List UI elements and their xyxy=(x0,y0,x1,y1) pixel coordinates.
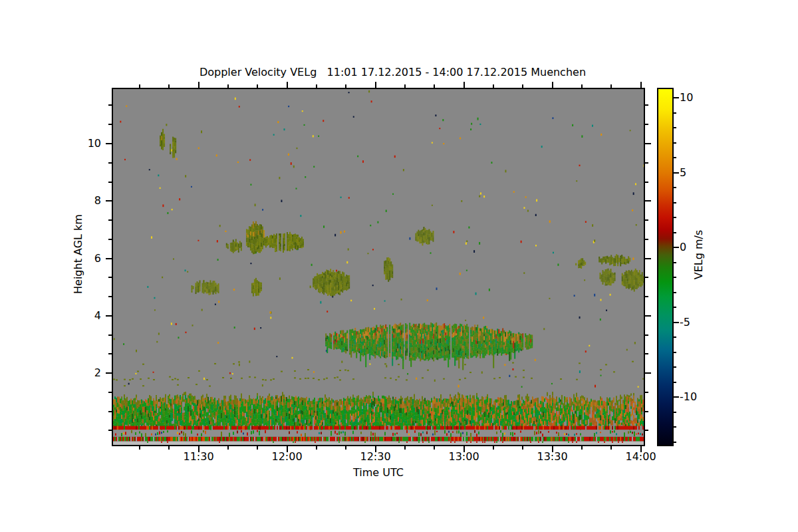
x-tick xyxy=(581,446,583,450)
heatmap-canvas xyxy=(113,89,644,445)
figure: Doppler Velocity VELg 11:01 17.12.2015 -… xyxy=(0,0,798,532)
x-tick-top xyxy=(168,84,170,88)
y-tick-right xyxy=(645,334,648,336)
y-tick xyxy=(106,258,112,259)
y-tick-label: 2 xyxy=(64,366,101,380)
x-tick-top xyxy=(434,84,435,88)
colorbar-tick xyxy=(674,202,676,203)
y-tick-right xyxy=(645,104,648,106)
colorbar-tick xyxy=(674,247,679,248)
colorbar-tick-label: 10 xyxy=(680,90,710,105)
x-tick-top xyxy=(375,82,376,88)
x-tick xyxy=(493,446,494,450)
colorbar-tick xyxy=(674,352,676,353)
x-tick-label: 13:30 xyxy=(526,450,579,464)
y-tick-right xyxy=(645,392,648,393)
y-tick xyxy=(108,277,112,278)
x-tick xyxy=(257,446,258,450)
x-tick-top xyxy=(552,82,553,88)
x-tick-top xyxy=(640,82,642,88)
colorbar-tick xyxy=(674,232,676,233)
colorbar-tick xyxy=(674,396,679,398)
y-tick xyxy=(108,104,112,106)
x-tick xyxy=(434,446,435,450)
colorbar-tick xyxy=(674,127,676,128)
colorbar-tick xyxy=(674,217,676,218)
colorbar-tick xyxy=(674,426,676,428)
colorbar-tick xyxy=(674,442,676,443)
colorbar-tick xyxy=(674,322,679,323)
x-tick-top xyxy=(198,82,200,88)
y-tick-right xyxy=(645,239,648,240)
plot-area xyxy=(112,88,645,446)
x-tick xyxy=(345,446,346,450)
x-tick-top xyxy=(316,84,317,88)
x-tick-top xyxy=(404,84,406,88)
colorbar-tick xyxy=(674,157,676,158)
y-tick xyxy=(108,353,112,354)
x-tick-top xyxy=(464,82,465,88)
y-tick-label: 6 xyxy=(64,251,101,266)
colorbar-tick-label: 5 xyxy=(680,166,710,180)
colorbar-tick xyxy=(674,97,679,98)
y-tick xyxy=(108,392,112,393)
x-tick-top xyxy=(257,84,258,88)
colorbar-tick xyxy=(674,112,676,114)
y-tick-right xyxy=(645,430,648,431)
x-axis-label: Time UTC xyxy=(113,466,644,479)
x-tick xyxy=(168,446,170,450)
x-tick xyxy=(522,446,523,450)
x-tick xyxy=(139,446,140,450)
y-tick-right xyxy=(645,258,651,259)
x-tick-top xyxy=(287,82,288,88)
colorbar-gradient xyxy=(658,89,672,445)
y-tick-right xyxy=(645,296,648,297)
colorbar-tick xyxy=(674,412,676,413)
x-tick-top xyxy=(227,84,229,88)
y-tick xyxy=(106,372,112,374)
x-tick xyxy=(404,446,406,450)
colorbar-tick xyxy=(674,277,676,278)
colorbar-tick xyxy=(674,382,676,383)
y-tick-right xyxy=(645,353,648,354)
x-tick-label: 11:30 xyxy=(172,450,225,464)
y-tick-right xyxy=(645,182,648,183)
x-tick-label: 13:00 xyxy=(438,450,491,464)
x-tick xyxy=(610,446,612,450)
colorbar-tick xyxy=(674,366,676,368)
colorbar-tick-label: -10 xyxy=(680,390,710,404)
y-tick xyxy=(108,124,112,125)
y-tick-right xyxy=(645,200,651,201)
colorbar-tick xyxy=(674,142,676,144)
y-tick xyxy=(108,296,112,297)
y-tick-right xyxy=(645,277,648,278)
colorbar-tick-label: 0 xyxy=(680,240,710,255)
y-tick-right xyxy=(645,162,648,164)
colorbar-tick xyxy=(674,292,676,293)
y-tick xyxy=(106,315,112,317)
y-tick-right xyxy=(645,372,651,374)
colorbar-tick-label: -5 xyxy=(680,315,710,330)
y-tick-label: 8 xyxy=(64,194,101,208)
colorbar-tick xyxy=(674,172,679,174)
y-tick xyxy=(108,334,112,336)
y-tick xyxy=(108,182,112,183)
x-tick-label: 14:00 xyxy=(614,450,668,464)
x-tick-label: 12:00 xyxy=(261,450,314,464)
x-tick-label: 12:30 xyxy=(349,450,402,464)
y-tick xyxy=(108,239,112,240)
y-tick xyxy=(106,200,112,201)
x-tick-top xyxy=(610,84,612,88)
x-tick-top xyxy=(345,84,346,88)
y-tick xyxy=(108,411,112,412)
y-tick xyxy=(108,430,112,431)
x-tick-top xyxy=(493,84,494,88)
y-tick-right xyxy=(645,143,651,144)
colorbar-tick xyxy=(674,307,676,308)
x-tick-top xyxy=(139,84,140,88)
y-tick xyxy=(108,162,112,164)
y-tick-label: 4 xyxy=(64,309,101,323)
y-tick-right xyxy=(645,315,651,317)
chart-title: Doppler Velocity VELg 11:01 17.12.2015 -… xyxy=(113,66,672,78)
y-tick-right xyxy=(645,411,648,412)
